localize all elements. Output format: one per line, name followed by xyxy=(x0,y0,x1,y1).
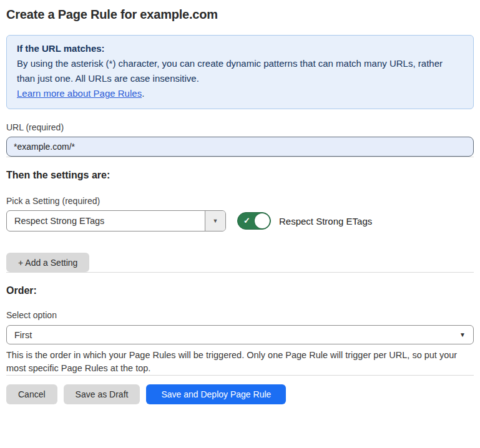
toggle-label: Respect Strong ETags xyxy=(279,216,372,226)
divider xyxy=(6,157,474,157)
url-match-info-box: If the URL matches: By using the asteris… xyxy=(6,35,474,109)
setting-select-value: Respect Strong ETags xyxy=(7,216,104,226)
divider xyxy=(6,375,474,376)
checkmark-icon: ✓ xyxy=(243,217,250,225)
url-input[interactable] xyxy=(6,137,474,157)
create-page-rule-form: Create a Page Rule for example.com If th… xyxy=(0,0,480,404)
save-draft-button[interactable]: Save as Draft xyxy=(64,384,140,404)
settings-heading: Then the settings are: xyxy=(6,170,474,181)
page-title: Create a Page Rule for example.com xyxy=(6,7,474,22)
info-box-link-line: Learn more about Page Rules. xyxy=(17,86,463,101)
info-box-heading: If the URL matches: xyxy=(17,41,463,56)
setting-toggle[interactable]: ✓ xyxy=(237,212,271,230)
pick-setting-label: Pick a Setting (required) xyxy=(6,196,474,206)
order-help-text: This is the order in which your Page Rul… xyxy=(6,349,473,375)
order-select-label: Select option xyxy=(6,310,474,320)
divider xyxy=(6,272,474,273)
order-select[interactable]: First ▼ xyxy=(6,325,474,344)
save-deploy-button[interactable]: Save and Deploy Page Rule xyxy=(146,384,286,404)
info-box-body: By using the asterisk (*) character, you… xyxy=(17,56,463,86)
setting-row: Respect Strong ETags ▼ ✓ Respect Strong … xyxy=(6,210,474,231)
add-setting-button[interactable]: + Add a Setting xyxy=(6,253,89,272)
learn-more-link[interactable]: Learn more about Page Rules xyxy=(17,88,142,99)
toggle-knob xyxy=(255,213,270,228)
caret-down-icon[interactable]: ▼ xyxy=(205,211,225,231)
setting-select[interactable]: Respect Strong ETags ▼ xyxy=(6,210,226,231)
url-label: URL (required) xyxy=(6,122,474,132)
chevron-down-icon: ▼ xyxy=(459,331,466,338)
order-select-value: First xyxy=(14,330,32,340)
link-period: . xyxy=(142,88,144,99)
cancel-button[interactable]: Cancel xyxy=(6,384,57,404)
order-heading: Order: xyxy=(6,285,474,296)
footer-actions: Cancel Save as Draft Save and Deploy Pag… xyxy=(6,384,474,404)
